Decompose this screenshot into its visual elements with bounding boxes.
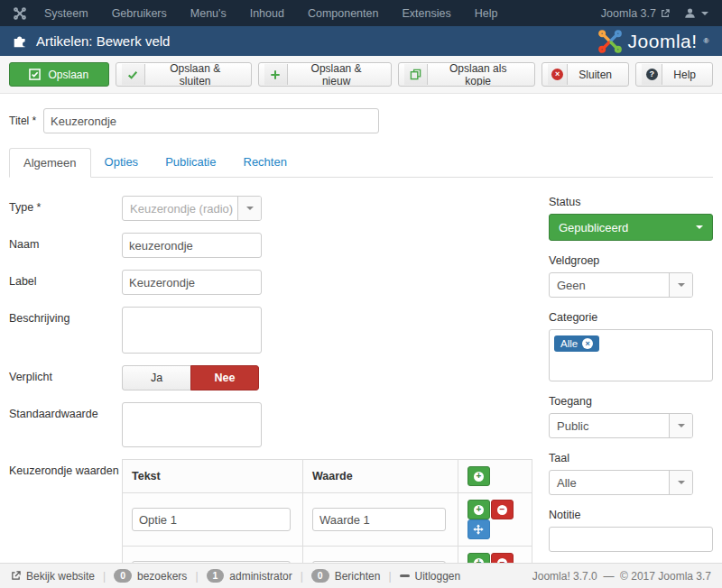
remove-tag-icon[interactable]: × [582, 338, 593, 349]
status-label: Status [549, 196, 713, 208]
standaardwaarde-row: Standaardwaarde [9, 402, 532, 447]
page-header: Artikelen: Bewerk veld Joomla!® [0, 26, 722, 56]
categorie-tag-label: Alle [560, 338, 578, 349]
naam-input[interactable] [122, 233, 262, 258]
row-1-add-button[interactable]: + [467, 500, 490, 519]
admins-counter[interactable]: 1 administrator [207, 569, 292, 583]
tab-opties[interactable]: Opties [91, 148, 153, 178]
messages-counter[interactable]: 0 Berichten [311, 569, 381, 583]
titel-input[interactable] [43, 108, 379, 133]
copy-icon [410, 69, 421, 80]
plus-circle-icon: + [474, 505, 484, 515]
admin-menu: Systeem Gebruikers Menu's Inhoud Compone… [44, 7, 497, 20]
categorie-label: Categorie [549, 311, 713, 324]
joomla-mark-icon[interactable] [14, 7, 26, 20]
taal-select[interactable]: Alle [549, 470, 693, 495]
view-site-label: Bekijk website [26, 570, 95, 583]
admin-statusbar: Bekijk website | 0 bezoekers | 1 adminis… [0, 563, 722, 588]
menu-menus[interactable]: Menu's [190, 7, 227, 20]
page-title: Artikelen: Bewerk veld [36, 33, 170, 49]
chevron-down-icon [246, 207, 254, 210]
toegang-block: Toegang Public [549, 395, 713, 438]
user-icon[interactable] [684, 7, 696, 19]
veldgroep-select[interactable]: Geen [549, 272, 693, 298]
save-new-button[interactable]: Opslaan & nieuw [258, 62, 392, 87]
naam-label: Naam [9, 233, 122, 251]
status-select[interactable]: Gepubliceerd [549, 214, 713, 241]
menu-componenten[interactable]: Componenten [308, 7, 379, 20]
veldgroep-label: Veldgroep [549, 254, 713, 267]
notitie-block: Notitie [549, 509, 713, 552]
col-waarde-header: Waarde [302, 460, 458, 493]
user-menu-caret-icon[interactable] [701, 12, 708, 15]
visitors-counter[interactable]: 0 bezoekers [114, 569, 187, 583]
view-site-link[interactable]: Bekijk website [11, 570, 95, 583]
close-button[interactable]: × Sluiten [542, 62, 629, 87]
tab-algemeen[interactable]: Algemeen [9, 148, 91, 178]
verplicht-nee-button[interactable]: Nee [190, 365, 259, 390]
verplicht-label: Verplicht [9, 365, 122, 383]
joomla-admin-page: Systeem Gebruikers Menu's Inhoud Compone… [0, 0, 722, 588]
move-icon [473, 524, 484, 535]
row-1-move-button[interactable] [467, 519, 490, 539]
taal-label: Taal [549, 452, 713, 464]
logout-link[interactable]: Uitloggen [400, 570, 461, 583]
joomla-footer-version: Joomla! 3.7.0 [532, 570, 597, 583]
visitors-label: bezoekers [137, 570, 187, 583]
label-label: Label [9, 270, 122, 288]
notitie-label: Notitie [549, 509, 713, 521]
type-label: Type * [9, 196, 122, 214]
help-button[interactable]: ? Help [635, 62, 713, 87]
taal-value: Alle [550, 471, 669, 494]
messages-label: Berichten [335, 570, 381, 583]
toegang-select[interactable]: Public [549, 413, 693, 438]
tab-publicatie[interactable]: Publicatie [152, 148, 229, 178]
close-x-icon: × [551, 69, 563, 80]
save-button[interactable]: Opslaan [9, 62, 109, 87]
status-block: Status Gepubliceerd [549, 196, 713, 241]
footer-version: Joomla! 3.7.0 — © 2017 Joomla 3.7 [532, 570, 711, 583]
edit-form: Titel * Algemeen Opties Publicatie Recht… [0, 94, 722, 588]
menu-help[interactable]: Help [475, 7, 498, 20]
standaardwaarde-textarea[interactable] [122, 402, 262, 447]
row-1-remove-button[interactable]: − [491, 500, 514, 519]
verplicht-toggle: Ja Nee [122, 365, 259, 390]
taal-block: Taal Alle [549, 452, 713, 495]
separator: | [301, 570, 303, 583]
categorie-block: Categorie Alle × [549, 311, 713, 381]
status-value: Gepubliceerd [559, 221, 628, 234]
beschrijving-row: Beschrijving [9, 307, 532, 354]
save-new-label: Opslaan & nieuw [288, 62, 385, 87]
publish-sidebar: Status Gepubliceerd Veldgroep Geen Categ… [549, 196, 713, 588]
beschrijving-textarea[interactable] [122, 307, 262, 354]
menu-gebruikers[interactable]: Gebruikers [112, 7, 167, 20]
label-row: Label [9, 270, 532, 295]
plus-circle-icon: + [474, 472, 484, 482]
menu-inhoud[interactable]: Inhoud [250, 7, 284, 20]
veldgroep-block: Veldgroep Geen [549, 254, 713, 298]
notitie-input[interactable] [549, 527, 713, 552]
tab-rechten[interactable]: Rechten [230, 148, 301, 178]
chevron-down-icon [678, 283, 685, 287]
menu-extensies[interactable]: Extensies [402, 7, 450, 20]
type-value: Keuzerondje (radio) [123, 197, 237, 220]
type-select[interactable]: Keuzerondje (radio) [122, 196, 262, 221]
verplicht-ja-button[interactable]: Ja [122, 365, 190, 390]
visitors-count-badge: 0 [114, 569, 132, 583]
categorie-tag: Alle × [554, 335, 599, 352]
site-preview-link[interactable]: Joomla 3.7 [601, 7, 670, 20]
save-close-button[interactable]: Opslaan & sluiten [116, 62, 252, 87]
chevron-down-icon [696, 225, 703, 229]
veldgroep-value: Geen [550, 273, 669, 297]
optie-1-tekst-input[interactable] [132, 508, 291, 531]
categorie-multiselect[interactable]: Alle × [549, 329, 713, 381]
admins-count-badge: 1 [207, 569, 225, 583]
save-copy-button[interactable]: Opslaan als kopie [398, 62, 535, 87]
optie-1-waarde-input[interactable] [312, 508, 446, 531]
add-row-button[interactable]: + [467, 466, 490, 486]
external-link-icon [661, 9, 670, 18]
admin-menubar: Systeem Gebruikers Menu's Inhoud Compone… [0, 0, 722, 26]
menu-systeem[interactable]: Systeem [44, 7, 88, 20]
logout-icon [400, 574, 410, 577]
label-input[interactable] [122, 270, 262, 295]
